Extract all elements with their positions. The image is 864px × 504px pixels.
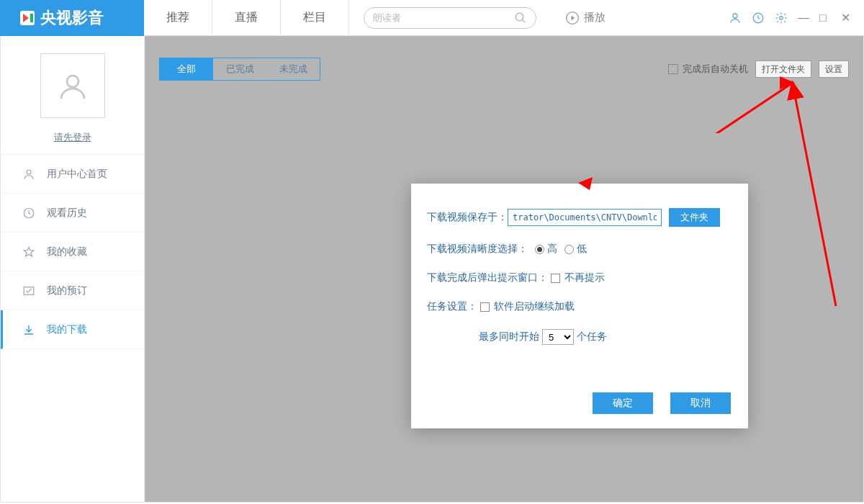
download-settings-dialog: 下载视频保存于： 文件夹 下载视频清晰度选择： 高 低 下载完成后弹出提示窗口：… (411, 184, 748, 428)
star-icon (22, 246, 37, 258)
popup-label: 下载完成后弹出提示窗口： (427, 271, 548, 284)
save-path-input[interactable] (508, 209, 662, 226)
gear-icon[interactable] (775, 12, 788, 24)
nav-tab-program[interactable]: 栏目 (281, 0, 349, 36)
minimize-button[interactable]: — (798, 12, 809, 24)
popup-checkbox[interactable] (551, 274, 560, 283)
task-checkbox[interactable] (480, 302, 490, 312)
search-box[interactable] (364, 7, 536, 29)
play-button[interactable]: 播放 (565, 11, 606, 25)
search-icon[interactable] (514, 12, 527, 24)
app-body: 请先登录 用户中心首页 观看历史 我的收藏 我的预订 我的下载 全部 已完成 (0, 36, 864, 503)
svg-point-7 (67, 76, 78, 87)
sidebar-item-downloads[interactable]: 我的下载 (1, 310, 144, 349)
settings-button[interactable]: 设置 (819, 60, 849, 78)
open-folder-button[interactable]: 打开文件夹 (755, 60, 811, 78)
svg-point-4 (733, 14, 737, 18)
download-icon (22, 323, 37, 336)
auto-shutdown-label: 完成后自动关机 (683, 63, 748, 76)
filter-tab-undone[interactable]: 未完成 (266, 58, 320, 80)
checkbox-icon (668, 64, 678, 74)
check-icon (22, 284, 37, 297)
filter-tabs: 全部 已完成 未完成 (159, 58, 320, 81)
quality-label: 下载视频清晰度选择： (427, 243, 528, 256)
task-label: 任务设置： (427, 300, 477, 313)
login-link[interactable]: 请先登录 (54, 131, 91, 144)
sidebar-item-label: 我的收藏 (47, 246, 87, 258)
popup-opt-label: 不再提示 (564, 271, 605, 284)
nav-tabs: 推荐 直播 栏目 (144, 0, 349, 36)
radio-high[interactable] (535, 245, 544, 254)
sidebar-item-label: 观看历史 (47, 207, 87, 220)
maximize-button[interactable]: □ (819, 12, 831, 24)
save-path-label: 下载视频保存于： (427, 211, 508, 224)
sidebar-item-reservations[interactable]: 我的预订 (1, 271, 144, 310)
nav-tab-live[interactable]: 直播 (212, 0, 281, 36)
row-quality: 下载视频清晰度选择： 高 低 (427, 243, 732, 256)
content-toolbar: 全部 已完成 未完成 完成后自动关机 打开文件夹 设置 (159, 58, 849, 81)
cancel-button[interactable]: 取消 (670, 392, 731, 414)
svg-marker-3 (571, 15, 575, 20)
play-icon (565, 11, 580, 25)
sidebar-item-history[interactable]: 观看历史 (1, 194, 144, 233)
quality-high-label: 高 (547, 243, 557, 256)
dialog-footer: 确定 取消 (593, 392, 731, 414)
sidebar-item-favorites[interactable]: 我的收藏 (1, 233, 144, 271)
auto-shutdown-checkbox[interactable]: 完成后自动关机 (668, 63, 748, 76)
max-prefix: 最多同时开始 (479, 330, 539, 343)
row-max: 最多同时开始 5 个任务 (427, 329, 732, 345)
sidebar-item-label: 用户中心首页 (47, 168, 107, 181)
sidebar: 请先登录 用户中心首页 观看历史 我的收藏 我的预订 我的下载 (1, 36, 145, 502)
search-input[interactable] (373, 12, 514, 23)
play-label: 播放 (584, 11, 606, 24)
browse-button[interactable]: 文件夹 (669, 208, 720, 227)
max-suffix: 个任务 (577, 330, 607, 343)
sidebar-item-label: 我的预订 (47, 284, 87, 297)
user-icon (22, 168, 37, 181)
sidebar-item-usercenter[interactable]: 用户中心首页 (1, 155, 144, 194)
logo: 央视影音 (0, 0, 144, 36)
close-button[interactable]: ✕ (841, 11, 852, 24)
row-save-path: 下载视频保存于： 文件夹 (427, 208, 732, 227)
filter-tab-done[interactable]: 已完成 (213, 58, 266, 80)
filter-tab-all[interactable]: 全部 (160, 58, 213, 80)
history-icon[interactable] (752, 12, 765, 24)
header-icons: — □ ✕ (729, 11, 864, 24)
toolbar-right: 完成后自动关机 打开文件夹 设置 (668, 60, 849, 78)
ok-button[interactable]: 确定 (593, 392, 653, 414)
app-header: 央视影音 推荐 直播 栏目 播放 — □ ✕ (0, 0, 864, 36)
avatar[interactable] (40, 53, 105, 118)
clock-icon (22, 207, 37, 220)
search-wrap (364, 7, 551, 29)
content: 全部 已完成 未完成 完成后自动关机 打开文件夹 设置 哦！ 下载视频保存于： … (145, 36, 863, 502)
svg-line-1 (522, 19, 525, 22)
svg-point-8 (27, 170, 31, 174)
logo-text: 央视影音 (40, 7, 104, 29)
svg-point-0 (516, 13, 523, 21)
nav-tab-recommend[interactable]: 推荐 (144, 0, 212, 36)
user-icon[interactable] (729, 12, 742, 24)
sidebar-item-label: 我的下载 (47, 323, 87, 336)
avatar-box: 请先登录 (1, 36, 144, 155)
logo-icon (20, 11, 35, 25)
quality-low-label: 低 (577, 243, 587, 256)
row-task: 任务设置： 软件启动继续加载 (427, 300, 732, 313)
avatar-icon (55, 68, 90, 103)
svg-point-6 (780, 16, 783, 19)
row-popup: 下载完成后弹出提示窗口： 不再提示 (427, 271, 732, 284)
radio-low[interactable] (564, 245, 574, 254)
max-tasks-select[interactable]: 5 (542, 329, 574, 345)
task-opt-label: 软件启动继续加载 (494, 300, 575, 313)
svg-marker-10 (24, 247, 34, 256)
